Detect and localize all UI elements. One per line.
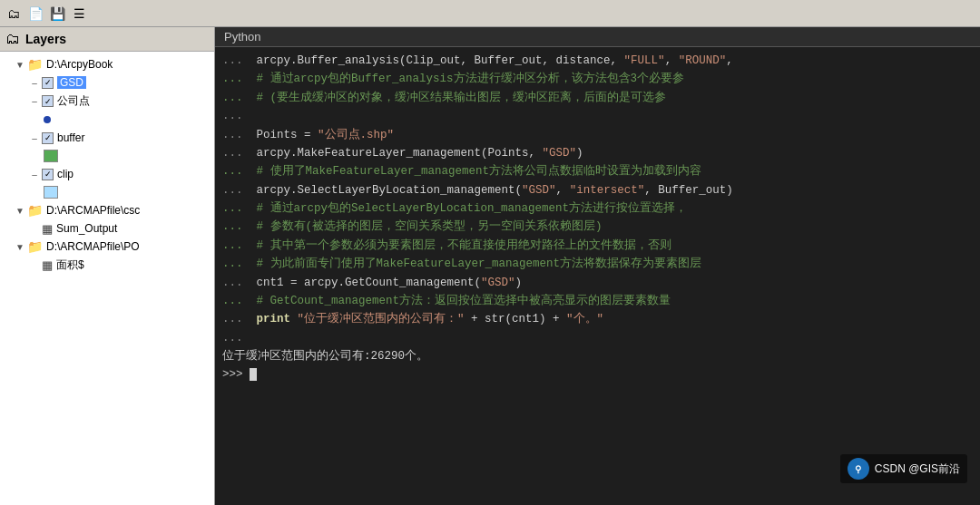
line-prompt: >>>	[222, 366, 973, 384]
line-11: ... # 其中第一个参数必须为要素图层，不能直接使用绝对路径上的文件数据，否则	[222, 238, 973, 255]
tree-item-sum-output[interactable]: ▦ Sum_Output	[0, 219, 214, 238]
tree-item-company[interactable]: – 公司点	[0, 92, 214, 111]
line-5: ... Points = "公司点.shp"	[222, 127, 973, 144]
checkbox-buffer[interactable]	[42, 132, 54, 144]
tree-item-clip-swatch	[0, 183, 214, 201]
buffer-label: buffer	[57, 131, 84, 144]
layers-header: 🗂 Layers	[0, 27, 214, 52]
expand-icon-csc: ▼	[15, 205, 25, 216]
layers-tree: ▼ 📁 D:\ArcpyBook – GSD – 公司点 –	[0, 52, 214, 505]
sum-output-label: Sum_Output	[56, 222, 117, 235]
table-icon-sum: ▦	[42, 222, 53, 236]
console-body[interactable]: ... arcpy.Buffer_analysis(Clip_out, Buff…	[215, 47, 980, 505]
gsd-label: GSD	[57, 76, 86, 89]
arcpybook-label: D:\ArcpyBook	[46, 58, 113, 71]
tree-item-company-dot	[0, 111, 214, 129]
line-15: ... print "位于缓冲区范围内的公司有：" + str(cnt1) + …	[222, 311, 973, 328]
expand-icon-po: ▼	[15, 241, 25, 252]
tree-item-arcpybook[interactable]: ▼ 📁 D:\ArcpyBook	[0, 55, 214, 73]
line-12: ... # 为此前面专门使用了MakeFeatureLayer_manageme…	[222, 256, 973, 273]
line-10: ... # 参数有(被选择的图层，空间关系类型，另一空间关系依赖图层)	[222, 219, 973, 236]
layers-title: Layers	[25, 32, 66, 46]
line-1: ... arcpy.Buffer_analysis(Clip_out, Buff…	[222, 53, 973, 70]
line-7: ... # 使用了MakeFeatureLayer_management方法将公…	[222, 163, 973, 180]
watermark-text: CSDN @GIS前沿	[875, 461, 960, 477]
checkbox-clip[interactable]	[42, 169, 54, 180]
line-2: ... # 通过arcpy包的Buffer_analysis方法进行缓冲区分析，…	[222, 71, 973, 88]
python-panel: Python ... arcpy.Buffer_analysis(Clip_ou…	[215, 27, 980, 505]
toolbar-icon-layers[interactable]: 🗂	[4, 4, 24, 24]
swatch-buffer	[44, 150, 58, 162]
line-9: ... # 通过arcpy包的SelectLayerByLocation_man…	[222, 200, 973, 218]
main-area: 🗂 Layers ▼ 📁 D:\ArcpyBook – GSD – 公司点	[0, 27, 980, 505]
expand-icon-clip: –	[29, 169, 40, 180]
tree-item-area[interactable]: ▦ 面积$	[0, 256, 214, 275]
area-label: 面积$	[56, 257, 84, 273]
layers-folder-icon: 🗂	[5, 31, 20, 47]
folder-icon-arcpybook: 📁	[27, 57, 43, 72]
line-4: ...	[222, 108, 973, 125]
csc-label: D:\ARCMAPfile\csc	[46, 204, 140, 217]
swatch-clip	[44, 186, 58, 199]
tree-item-clip[interactable]: – clip	[0, 165, 214, 183]
folder-icon-po: 📁	[27, 239, 43, 254]
clip-label: clip	[57, 168, 74, 180]
expand-icon-buffer: –	[29, 132, 40, 143]
toolbar-icon-menu[interactable]: ☰	[69, 4, 89, 24]
tree-item-arcmapfile-po[interactable]: ▼ 📁 D:\ARCMAPfile\PO	[0, 238, 214, 256]
line-8: ... arcpy.SelectLayerByLocation_manageme…	[222, 182, 973, 199]
toolbar-icon-save[interactable]: 💾	[47, 4, 67, 24]
company-label: 公司点	[57, 93, 90, 109]
toolbar: 🗂 📄 💾 ☰	[0, 0, 980, 27]
tree-item-arcmapfile-csc[interactable]: ▼ 📁 D:\ARCMAPfile\csc	[0, 201, 214, 219]
python-panel-wrapper: Python ... arcpy.Buffer_analysis(Clip_ou…	[215, 27, 980, 505]
line-16: ...	[222, 330, 973, 347]
tree-item-buffer[interactable]: – buffer	[0, 129, 214, 147]
console-header: Python	[215, 27, 980, 47]
line-6: ... arcpy.MakeFeatureLayer_management(Po…	[222, 145, 973, 162]
tree-item-buffer-swatch	[0, 147, 214, 165]
expand-icon-arcpybook: ▼	[15, 59, 25, 70]
expand-icon-sum	[29, 223, 40, 234]
expand-icon-gsd: –	[29, 77, 40, 88]
watermark: ⚲ CSDN @GIS前沿	[840, 454, 967, 483]
po-label: D:\ARCMAPfile\PO	[46, 240, 140, 253]
watermark-logo-text: ⚲	[855, 464, 861, 474]
checkbox-gsd[interactable]	[42, 77, 54, 89]
layers-panel: 🗂 Layers ▼ 📁 D:\ArcpyBook – GSD – 公司点	[0, 27, 215, 505]
toolbar-icon-new[interactable]: 📄	[25, 4, 45, 24]
expand-icon-area	[29, 260, 40, 271]
line-13: ... cnt1 = arcpy.GetCount_management("GS…	[222, 275, 973, 292]
folder-icon-csc: 📁	[27, 203, 43, 218]
checkbox-company[interactable]	[42, 95, 54, 107]
line-3: ... # (要生成缓冲区的对象，缓冲区结果输出图层，缓冲区距离，后面的是可选参	[222, 90, 973, 107]
watermark-logo: ⚲	[848, 458, 869, 480]
dot-marker-company	[44, 116, 51, 123]
expand-icon-company: –	[29, 96, 40, 107]
line-output: 位于缓冲区范围内的公司有:26290个。	[222, 348, 973, 365]
tree-item-gsd[interactable]: – GSD	[0, 73, 214, 92]
line-14: ... # GetCount_management方法：返回按位置选择中被高亮显…	[222, 293, 973, 310]
table-icon-area: ▦	[42, 258, 53, 272]
